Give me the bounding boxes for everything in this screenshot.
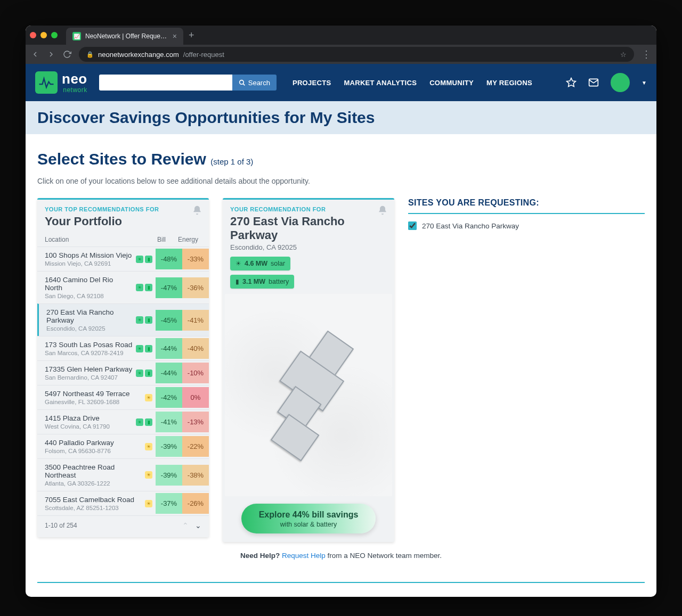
avatar[interactable]	[611, 73, 630, 92]
reload-icon[interactable]	[63, 50, 71, 59]
back-icon[interactable]	[31, 50, 39, 59]
requesting-panel: SITES YOU ARE REQUESTING: 270 East Via R…	[408, 198, 645, 230]
row-name: 100 Shops At Mission Viejo	[45, 251, 133, 259]
row-tech-icons: ☀	[142, 471, 156, 479]
row-tech-icons: ☀▮	[133, 418, 156, 426]
row-bill-pct: -47%	[156, 277, 182, 298]
forward-icon[interactable]	[47, 50, 55, 59]
window-controls	[30, 32, 58, 38]
portfolio-row[interactable]: 440 Palladio ParkwayFolsom, CA 95630-877…	[37, 434, 209, 458]
portfolio-row[interactable]: 5497 Northeast 49 TerraceGainesville, FL…	[37, 385, 209, 409]
row-address: Folsom, CA 95630-8776	[45, 448, 142, 454]
user-menu-caret-icon[interactable]: ▼	[642, 80, 647, 86]
row-tech-icons: ☀▮	[133, 369, 156, 377]
row-bill-pct: -48%	[156, 249, 182, 269]
row-energy-pct: 0%	[182, 387, 209, 408]
col-energy: Energy	[175, 236, 201, 243]
sun-icon: ☀	[136, 284, 143, 291]
svg-line-1	[243, 84, 245, 85]
battery-icon: ▮	[145, 316, 152, 324]
row-address: Mission Viejo, CA 92691	[45, 260, 133, 267]
row-name: 1415 Plaza Drive	[45, 414, 133, 422]
detail-label: YOUR RECOMMENDATION FOR	[223, 200, 394, 212]
explore-savings-button[interactable]: Explore 44% bill savings with solar & ba…	[241, 504, 376, 533]
help-suffix: from a NEO Network team member.	[328, 552, 442, 560]
row-location: 17335 Glen Helen ParkwaySan Bernardino, …	[37, 361, 133, 385]
brand-name: neo	[62, 72, 87, 86]
portfolio-label: YOUR TOP RECOMMENDATIONS FOR	[37, 200, 209, 212]
nav-community[interactable]: COMMUNITY	[429, 79, 474, 87]
sun-icon: ☀	[145, 443, 152, 450]
browser-tab[interactable]: NeoNetwork | Offer Request Fo ×	[66, 28, 183, 45]
window-minimize-icon[interactable]	[40, 32, 47, 38]
sun-icon: ☀	[136, 256, 143, 263]
row-energy-pct: -10%	[182, 363, 209, 383]
portfolio-row[interactable]: 7055 East Camelback RoadScottsdale, AZ 8…	[37, 491, 209, 515]
requesting-heading: SITES YOU ARE REQUESTING:	[408, 198, 645, 214]
requesting-item[interactable]: 270 East Via Rancho Parkway	[408, 221, 645, 230]
cta-line1: Explore 44% bill savings	[250, 510, 367, 520]
portfolio-row[interactable]: 17335 Glen Helen ParkwaySan Bernardino, …	[37, 360, 209, 385]
chip-battery-type: battery	[269, 278, 289, 285]
bell-icon[interactable]	[192, 205, 202, 216]
footer-divider	[37, 582, 645, 583]
favicon-icon	[72, 32, 81, 40]
portfolio-row[interactable]: 100 Shops At Mission ViejoMission Viejo,…	[37, 247, 209, 271]
search-button-label: Search	[248, 79, 270, 87]
nav-my-regions[interactable]: MY REGIONS	[486, 79, 532, 87]
portfolio-card: YOUR TOP RECOMMENDATIONS FOR Your Portfo…	[37, 198, 209, 537]
chip-solar-type: solar	[271, 260, 285, 267]
row-address: San Marcos, CA 92078-2419	[45, 350, 133, 356]
portfolio-row[interactable]: 3500 Peachtree Road NortheastAtlanta, GA…	[37, 458, 209, 491]
portfolio-row[interactable]: 173 South Las Posas RoadSan Marcos, CA 9…	[37, 336, 209, 360]
tab-close-icon[interactable]: ×	[173, 32, 177, 40]
page-heading: Select Sites to Review	[37, 150, 206, 168]
request-help-link[interactable]: Request Help	[282, 552, 326, 560]
requesting-item-label: 270 East Via Rancho Parkway	[422, 222, 519, 230]
pager-prev-icon[interactable]: ⌃	[182, 521, 189, 530]
row-name: 270 East Via Rancho Parkway	[46, 308, 133, 324]
url-host: neonetworkexchange.com	[98, 51, 179, 59]
row-address: Atlanta, GA 30326-1222	[45, 480, 142, 487]
window-close-icon[interactable]	[30, 32, 36, 38]
row-location: 270 East Via Rancho ParkwayEscondido, CA…	[39, 304, 133, 336]
row-bill-pct: -37%	[156, 493, 182, 514]
row-name: 7055 East Camelback Road	[45, 496, 142, 504]
svg-point-0	[239, 80, 243, 84]
search-input[interactable]	[99, 75, 232, 91]
requesting-checkbox[interactable]	[408, 221, 417, 230]
chip-solar: ☀ 4.6 MW solar	[230, 257, 290, 270]
url-field[interactable]: 🔒 neonetworkexchange.com/offer-request ☆	[79, 47, 634, 62]
portfolio-row[interactable]: 270 East Via Rancho ParkwayEscondido, CA…	[37, 303, 209, 336]
bell-icon[interactable]	[377, 205, 388, 216]
logo[interactable]: neo network	[35, 71, 87, 94]
favorites-star-icon[interactable]	[566, 77, 577, 88]
search-button[interactable]: Search	[232, 75, 277, 91]
battery-icon: ▮	[145, 345, 152, 352]
row-energy-pct: -38%	[182, 465, 209, 486]
row-location: 1415 Plaza DriveWest Covina, CA 91790	[37, 410, 133, 434]
col-bill: Bill	[148, 236, 175, 243]
battery-icon: ▮	[236, 278, 239, 285]
page-instruction: Click on one of your locations below to …	[37, 177, 645, 185]
row-address: Gainesville, FL 32609-1688	[45, 399, 142, 405]
site-detail-card: YOUR RECOMMENDATION FOR 270 East Via Ran…	[223, 198, 394, 542]
nav-market-analytics[interactable]: MARKET ANALYTICS	[344, 79, 417, 87]
brand-sub: network	[62, 87, 87, 93]
row-name: 173 South Las Posas Road	[45, 341, 133, 349]
pager-next-icon[interactable]: ⌄	[195, 521, 201, 530]
portfolio-row[interactable]: 1640 Camino Del Rio NorthSan Diego, CA 9…	[37, 271, 209, 303]
row-address: Scottsdale, AZ 85251-1203	[45, 505, 142, 511]
window-zoom-icon[interactable]	[51, 32, 58, 38]
row-energy-pct: -40%	[182, 338, 209, 359]
browser-menu-icon[interactable]: ⋮	[642, 48, 651, 60]
nav-projects[interactable]: PROJECTS	[293, 79, 331, 87]
sun-icon: ☀	[145, 394, 152, 401]
messages-icon[interactable]	[588, 77, 599, 88]
row-name: 1640 Camino Del Rio North	[45, 276, 133, 292]
help-prefix: Need Help?	[240, 552, 280, 560]
bookmark-star-icon[interactable]: ☆	[620, 51, 627, 59]
row-location: 1640 Camino Del Rio NorthSan Diego, CA 9…	[37, 272, 133, 303]
new-tab-button[interactable]: +	[189, 30, 194, 41]
portfolio-row[interactable]: 1415 Plaza DriveWest Covina, CA 91790☀▮-…	[37, 409, 209, 434]
